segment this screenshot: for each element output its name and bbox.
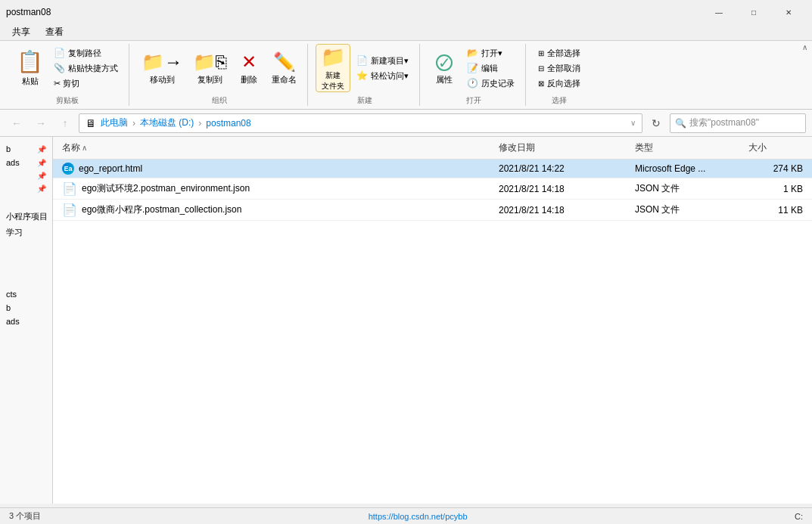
ribbon-clipboard-group: 📋 粘贴 📄 复制路径 📎 粘贴快捷方式 ✂ 剪切 剪贴板 bbox=[6, 44, 129, 106]
open-buttons: ✓ 属性 📂 打开▾ 📝 编辑 🕐 历史记录 bbox=[428, 44, 519, 92]
easy-access-button[interactable]: ⭐ 轻松访问▾ bbox=[352, 69, 413, 83]
new-label: 新建 bbox=[357, 92, 372, 106]
file-list: 名称 ∧ 修改日期 类型 大小 Ea ego_report.html 2021/… bbox=[53, 137, 812, 504]
search-placeholder: 搜索"postman08" bbox=[689, 116, 759, 129]
clipboard-buttons: 📋 粘贴 📄 复制路径 📎 粘贴快捷方式 ✂ 剪切 bbox=[12, 44, 123, 92]
table-row[interactable]: 📄 ego微商小程序.postman_collection.json 2021/… bbox=[53, 200, 812, 221]
open-secondary: 📂 打开▾ 📝 编辑 🕐 历史记录 bbox=[462, 46, 519, 91]
delete-button[interactable]: ✕ 删除 bbox=[232, 44, 266, 92]
forward-button[interactable]: → bbox=[30, 113, 51, 134]
pin-icon: 📌 bbox=[37, 145, 46, 153]
ribbon-collapse-icon[interactable]: ∧ bbox=[797, 41, 812, 53]
col-size[interactable]: 大小 bbox=[745, 140, 806, 156]
properties-button[interactable]: ✓ 属性 bbox=[428, 44, 461, 92]
ribbon-new-group: 📁 新建 文件夹 📄 新建项目▾ ⭐ 轻松访问▾ 新建 bbox=[310, 44, 420, 106]
main-area: b 📌 ads 📌 📌 📌 小程序项目 学习 cts b ads bbox=[0, 137, 812, 504]
left-panel-item-4[interactable]: 📌 bbox=[3, 183, 49, 194]
breadcrumb-pc[interactable]: 此电脑 bbox=[101, 116, 128, 129]
refresh-button[interactable]: ↻ bbox=[646, 113, 667, 134]
left-panel-item-mini-program[interactable]: 小程序项目 bbox=[3, 209, 49, 224]
left-panel-item-cts[interactable]: cts bbox=[3, 288, 49, 300]
left-panel-item-study[interactable]: 学习 bbox=[3, 225, 49, 240]
copy-path-button[interactable]: 📄 复制路径 bbox=[49, 46, 123, 60]
ribbon-organize-group: 📁→ 移动到 📁⎘ 复制到 ✕ 删除 ✏️ 重命名 组织 bbox=[131, 44, 308, 106]
left-panel-item-ads2[interactable]: ads bbox=[3, 315, 49, 327]
open-button[interactable]: 📂 打开▾ bbox=[462, 46, 519, 60]
close-button[interactable]: ✕ bbox=[771, 0, 806, 24]
file-size: 274 KB bbox=[745, 162, 806, 175]
edit-button[interactable]: 📝 编辑 bbox=[462, 61, 519, 76]
deselect-all-button[interactable]: ⊟ 全部取消 bbox=[534, 61, 585, 76]
up-button[interactable]: ↑ bbox=[54, 113, 76, 134]
pin-icon-4: 📌 bbox=[37, 184, 46, 193]
back-button[interactable]: ← bbox=[6, 113, 27, 134]
file-name: Ea ego_report.html bbox=[59, 161, 496, 176]
left-panel-item-3[interactable]: 📌 bbox=[3, 170, 49, 181]
file-type: JSON 文件 bbox=[632, 202, 745, 218]
organize-buttons: 📁→ 移动到 📁⎘ 复制到 ✕ 删除 ✏️ 重命名 bbox=[137, 44, 301, 92]
file-rows-container: Ea ego_report.html 2021/8/21 14:22 Micro… bbox=[53, 160, 812, 221]
organize-label: 组织 bbox=[212, 92, 227, 106]
col-date[interactable]: 修改日期 bbox=[496, 140, 632, 156]
open-label: 打开 bbox=[466, 92, 481, 106]
address-bar-container: ← → ↑ 🖥 此电脑 › 本地磁盘 (D:) › postman08 ∨ ↻ … bbox=[0, 110, 812, 137]
menu-view[interactable]: 查看 bbox=[39, 24, 70, 40]
maximize-button[interactable]: □ bbox=[736, 0, 771, 24]
move-to-button[interactable]: 📁→ 移动到 bbox=[137, 44, 187, 92]
select-buttons: ⊞ 全部选择 ⊟ 全部取消 ⊠ 反向选择 bbox=[534, 44, 585, 92]
minimize-button[interactable]: — bbox=[702, 0, 736, 24]
select-label: 选择 bbox=[552, 92, 567, 106]
status-url: https://blog.csdn.net/pcybb bbox=[369, 512, 468, 521]
file-icon: 📄 bbox=[62, 203, 77, 217]
new-secondary: 📄 新建项目▾ ⭐ 轻松访问▾ bbox=[352, 54, 413, 83]
menu-share[interactable]: 共享 bbox=[6, 24, 36, 40]
breadcrumb-drive[interactable]: 本地磁盘 (D:) bbox=[140, 116, 194, 129]
file-list-header: 名称 ∧ 修改日期 类型 大小 bbox=[53, 137, 812, 160]
paste-button[interactable]: 📋 粘贴 bbox=[12, 44, 48, 92]
left-panel-item-b[interactable]: b 📌 bbox=[3, 143, 49, 155]
sort-arrow: ∧ bbox=[82, 144, 87, 152]
ribbon-select-group: ⊞ 全部选择 ⊟ 全部取消 ⊠ 反向选择 选择 bbox=[527, 44, 591, 106]
window-title: postman08 bbox=[6, 7, 51, 17]
file-size: 1 KB bbox=[745, 182, 806, 196]
clipboard-label: 剪贴板 bbox=[56, 92, 79, 106]
new-folder-button[interactable]: 📁 新建 文件夹 bbox=[316, 44, 350, 92]
file-date: 2021/8/21 14:18 bbox=[496, 203, 632, 217]
pin-icon-3: 📌 bbox=[37, 172, 46, 180]
col-name[interactable]: 名称 ∧ bbox=[59, 140, 496, 156]
file-date: 2021/8/21 14:22 bbox=[496, 162, 632, 175]
left-panel-item-ads[interactable]: ads 📌 bbox=[3, 157, 49, 169]
paste-shortcut-button[interactable]: 📎 粘贴快捷方式 bbox=[49, 61, 123, 76]
item-count: 3 个项目 bbox=[9, 510, 41, 522]
clipboard-secondary: 📄 复制路径 📎 粘贴快捷方式 ✂ 剪切 bbox=[49, 46, 123, 91]
select-column: ⊞ 全部选择 ⊟ 全部取消 ⊠ 反向选择 bbox=[534, 46, 585, 91]
left-panel: b 📌 ads 📌 📌 📌 小程序项目 学习 cts b ads bbox=[0, 137, 53, 504]
search-bar[interactable]: 🔍 搜索"postman08" bbox=[670, 113, 806, 133]
ribbon-open-group: ✓ 属性 📂 打开▾ 📝 编辑 🕐 历史记录 打开 bbox=[422, 44, 526, 106]
title-bar: postman08 — □ ✕ bbox=[0, 0, 812, 24]
file-icon: 📄 bbox=[62, 181, 77, 196]
invert-selection-button[interactable]: ⊠ 反向选择 bbox=[534, 76, 585, 91]
status-bar: 3 个项目 https://blog.csdn.net/pcybb C: bbox=[0, 507, 812, 524]
file-type: Microsoft Edge ... bbox=[632, 162, 745, 175]
address-bar[interactable]: 🖥 此电脑 › 本地磁盘 (D:) › postman08 ∨ bbox=[79, 113, 642, 133]
file-date: 2021/8/21 14:18 bbox=[496, 182, 632, 196]
table-row[interactable]: Ea ego_report.html 2021/8/21 14:22 Micro… bbox=[53, 160, 812, 178]
window-controls: — □ ✕ bbox=[702, 0, 806, 24]
copy-to-button[interactable]: 📁⎘ 复制到 bbox=[188, 44, 231, 92]
left-panel-item-b2[interactable]: b bbox=[3, 302, 49, 314]
select-all-button[interactable]: ⊞ 全部选择 bbox=[534, 46, 585, 60]
file-type: JSON 文件 bbox=[632, 181, 745, 197]
col-type[interactable]: 类型 bbox=[632, 140, 745, 156]
menu-bar: 共享 查看 bbox=[0, 24, 812, 41]
table-row[interactable]: 📄 ego测试环境2.postman_environment.json 2021… bbox=[53, 178, 812, 200]
history-button[interactable]: 🕐 历史记录 bbox=[462, 76, 519, 91]
new-item-button[interactable]: 📄 新建项目▾ bbox=[352, 54, 413, 68]
edge-icon: Ea bbox=[62, 163, 74, 175]
ribbon: 📋 粘贴 📄 复制路径 📎 粘贴快捷方式 ✂ 剪切 剪贴板 bbox=[0, 41, 812, 110]
cut-button[interactable]: ✂ 剪切 bbox=[49, 76, 123, 91]
rename-button[interactable]: ✏️ 重命名 bbox=[267, 44, 301, 92]
file-size: 11 KB bbox=[745, 203, 806, 217]
breadcrumb-folder[interactable]: postman08 bbox=[206, 118, 250, 129]
pin-icon-2: 📌 bbox=[37, 159, 46, 167]
